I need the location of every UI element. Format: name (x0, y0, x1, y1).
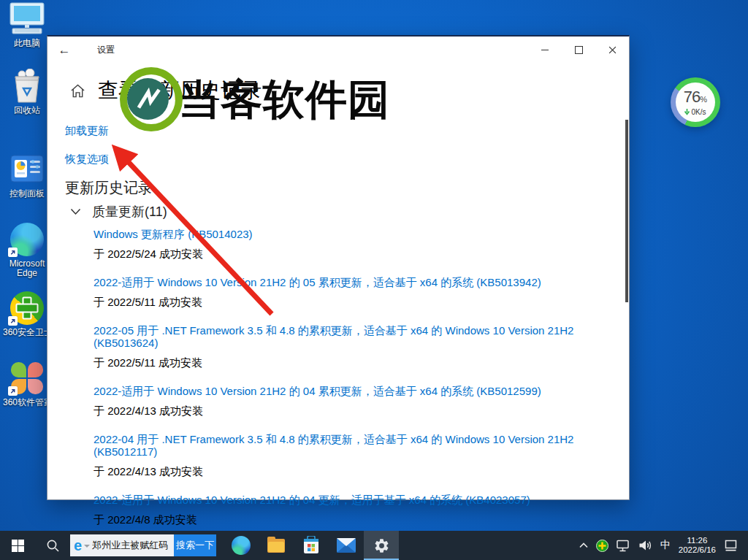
update-status: 于 2022/4/13 成功安装 (94, 404, 203, 417)
search-icon (46, 539, 60, 553)
settings-window: ← 设置 查看更新历史记录 卸载更新 恢复选项 更新历史记录 质 (47, 35, 630, 500)
clock-date: 2022/6/16 (679, 545, 716, 555)
recovery-options-link[interactable]: 恢复选项 (65, 153, 109, 166)
tray-360-icon[interactable] (596, 540, 608, 552)
home-icon (69, 83, 86, 99)
action-center-icon[interactable] (724, 539, 738, 552)
update-link[interactable]: 2022-适用于 Windows 10 Version 21H2 的 05 累积… (94, 276, 616, 288)
update-status: 于 2022/4/13 成功安装 (94, 465, 203, 477)
windows-start-icon (12, 540, 24, 552)
close-icon (608, 46, 617, 54)
update-status: 于 2022/5/11 成功安装 (94, 296, 202, 308)
this-pc-icon (8, 1, 46, 37)
recycle-bin-icon (8, 69, 46, 104)
desktop-icon-label: 360软件管家 (3, 398, 51, 407)
start-button[interactable] (0, 531, 35, 560)
update-history-list: Windows 更新程序 (KB5014023) 于 2022/5/24 成功安… (94, 228, 616, 542)
360-safe-icon (8, 291, 46, 326)
download-arrow-icon (684, 109, 690, 115)
desktop-screen: 此电脑 回收站 (0, 0, 748, 560)
file-explorer-icon (267, 539, 285, 553)
section-heading: 更新历史记录 (65, 178, 153, 198)
close-button[interactable] (595, 37, 629, 63)
minimize-icon (541, 50, 549, 50)
update-status: 于 2022/5/24 成功安装 (94, 248, 203, 260)
progress-percent: 76 (684, 89, 700, 105)
update-link[interactable]: 2022-05 用于 .NET Framework 3.5 和 4.8 的累积更… (94, 324, 616, 349)
desktop-icon-recycle-bin[interactable]: 回收站 (3, 69, 51, 115)
update-item: 2022-适用于 Windows 10 Version 21H2 的 04 更新… (94, 494, 616, 526)
system-tray: 中 11:26 2022/6/16 (571, 531, 738, 560)
trending-query-text: 郑州业主被赋红码 (92, 539, 168, 552)
desktop-icon-360-manager[interactable]: 360软件管家 (3, 361, 51, 407)
desktop-icon-edge[interactable]: Microsoft Edge (3, 222, 51, 278)
desktop-icon-label: 360安全卫士 (3, 328, 51, 337)
desktop-icon-label: Microsoft Edge (3, 259, 51, 278)
taskbar-app-file-explorer[interactable] (259, 531, 294, 560)
page-title: 查看更新历史记录 (98, 77, 262, 104)
back-icon: ← (58, 43, 71, 58)
mail-icon (337, 538, 356, 553)
desktop-icon-this-pc[interactable]: 此电脑 (3, 1, 51, 48)
desktop-icon-label: 控制面板 (3, 189, 51, 199)
maximize-icon (575, 46, 583, 54)
update-item: 2022-适用于 Windows 10 Version 21H2 的 05 累积… (94, 276, 616, 309)
taskbar-app-edge[interactable] (224, 531, 259, 560)
shortcut-arrow-icon (8, 386, 18, 396)
taskbar-app-store[interactable] (294, 531, 329, 560)
ime-indicator[interactable]: 中 (660, 539, 671, 552)
update-status: 于 2022/5/11 成功安装 (94, 356, 202, 369)
shortcut-arrow-icon (8, 248, 18, 257)
update-item: 2022-04 用于 .NET Framework 3.5 和 4.8 的累积更… (94, 433, 616, 478)
update-item: 2022-适用于 Windows 10 Version 21H2 的 04 累积… (94, 385, 616, 418)
taskbar: e 郑州业主被赋红码 搜索一下 (0, 531, 748, 560)
network-icon[interactable] (617, 540, 630, 552)
update-item: 2022-05 用于 .NET Framework 3.5 和 4.8 的累积更… (94, 324, 616, 369)
update-item: Windows 更新程序 (KB5014023) 于 2022/5/24 成功安… (94, 228, 616, 261)
store-icon (302, 536, 320, 555)
update-link[interactable]: 2022-适用于 Windows 10 Version 21H2 的 04 更新… (94, 494, 616, 506)
taskbar-app-settings[interactable] (364, 531, 399, 560)
scrollbar-thumb[interactable] (625, 120, 628, 302)
update-link[interactable]: 2022-04 用于 .NET Framework 3.5 和 4.8 的累积更… (94, 433, 616, 458)
desktop-icon-label: 此电脑 (3, 39, 51, 48)
quality-updates-expander[interactable]: 质量更新(11) (70, 203, 167, 220)
desktop-icon-control-panel[interactable]: 控制面板 (3, 152, 51, 199)
update-link[interactable]: 2022-适用于 Windows 10 Version 21H2 的 04 累积… (94, 385, 616, 397)
edge-icon (8, 222, 46, 257)
control-panel-icon (8, 152, 46, 187)
taskbar-app-mail[interactable] (329, 531, 364, 560)
edge-icon (232, 536, 251, 555)
settings-gear-icon (373, 537, 390, 554)
taskbar-search-button[interactable] (35, 531, 70, 560)
tray-expand-chevron-icon[interactable] (579, 542, 588, 548)
desktop-icon-360-safe[interactable]: 360安全卫士 (3, 291, 51, 337)
minimize-button[interactable] (528, 37, 562, 63)
update-status: 于 2022/4/8 成功安装 (94, 513, 197, 526)
chevron-down-icon (70, 208, 81, 215)
window-titlebar: ← 设置 (47, 37, 629, 64)
dropdown-caret-icon (84, 545, 90, 548)
shortcut-arrow-icon (8, 316, 18, 326)
download-speed: 0K/s (691, 108, 706, 116)
360-manager-icon (8, 361, 46, 396)
taskbar-news-search-widget[interactable]: e 郑州业主被赋红码 搜索一下 (70, 534, 216, 556)
quality-updates-label: 质量更新(11) (92, 203, 167, 220)
window-title: 设置 (97, 44, 115, 56)
download-progress-ball[interactable]: 76% 0K/s (671, 77, 720, 127)
desktop-icon-label: 回收站 (3, 106, 51, 115)
volume-icon[interactable] (638, 539, 652, 552)
maximize-button[interactable] (562, 37, 595, 63)
uninstall-updates-link[interactable]: 卸载更新 (65, 124, 109, 138)
clock-time: 11:26 (679, 536, 716, 545)
news-search-field[interactable]: e 郑州业主被赋红码 (70, 534, 174, 556)
update-link[interactable]: Windows 更新程序 (KB5014023) (94, 228, 616, 240)
search-submit-button[interactable]: 搜索一下 (174, 534, 216, 556)
taskbar-clock[interactable]: 11:26 2022/6/16 (679, 536, 716, 555)
ie-icon: e (74, 538, 82, 553)
back-button[interactable]: ← (47, 37, 81, 64)
